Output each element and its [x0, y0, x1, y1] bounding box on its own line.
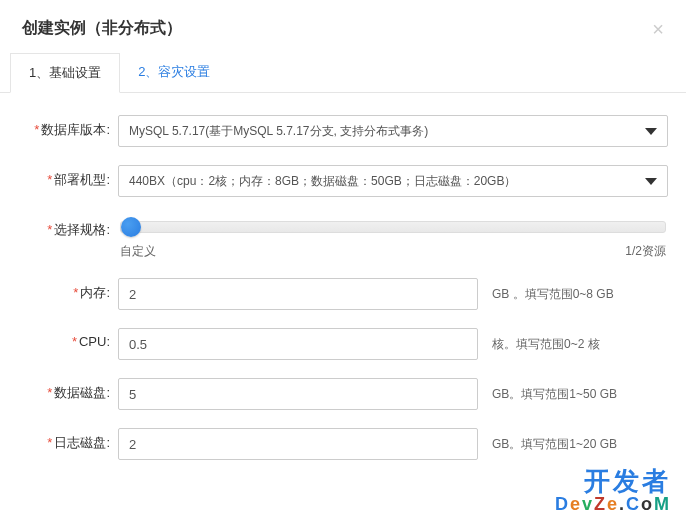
input-logdisk[interactable]: [118, 428, 478, 460]
label-logdisk: *日志磁盘:: [18, 428, 118, 452]
chevron-down-icon: [645, 178, 657, 185]
label-memory: *内存:: [18, 278, 118, 302]
hint-cpu: 核。填写范围0~2 核: [492, 336, 600, 353]
select-machine-text: 440BX（cpu：2核；内存：8GB；数据磁盘：50GB；日志磁盘：20GB）: [129, 173, 516, 190]
label-spec: *选择规格:: [18, 215, 118, 239]
spec-slider-handle[interactable]: [121, 217, 141, 237]
select-machine[interactable]: 440BX（cpu：2核；内存：8GB；数据磁盘：50GB；日志磁盘：20GB）: [118, 165, 668, 197]
input-memory[interactable]: [118, 278, 478, 310]
row-spec: *选择规格: 自定义 1/2资源: [18, 215, 668, 260]
tab-disaster-recovery[interactable]: 2、容灾设置: [120, 53, 228, 92]
row-machine: *部署机型: 440BX（cpu：2核；内存：8GB；数据磁盘：50GB；日志磁…: [18, 165, 668, 197]
spec-slider[interactable]: [120, 221, 666, 233]
row-datadisk: *数据磁盘: GB。填写范围1~50 GB: [18, 378, 668, 410]
hint-memory: GB 。填写范围0~8 GB: [492, 286, 614, 303]
form-area: *数据库版本: MySQL 5.7.17(基于MySQL 5.7.17分支, 支…: [0, 93, 686, 488]
select-db-version[interactable]: MySQL 5.7.17(基于MySQL 5.7.17分支, 支持分布式事务): [118, 115, 668, 147]
spec-slider-right-label: 1/2资源: [625, 243, 666, 260]
row-db-version: *数据库版本: MySQL 5.7.17(基于MySQL 5.7.17分支, 支…: [18, 115, 668, 147]
chevron-down-icon: [645, 128, 657, 135]
row-memory: *内存: GB 。填写范围0~8 GB: [18, 278, 668, 310]
tabs: 1、基础设置 2、容灾设置: [0, 53, 686, 93]
dialog-title: 创建实例（非分布式）: [22, 18, 182, 39]
hint-datadisk: GB。填写范围1~50 GB: [492, 386, 617, 403]
spec-slider-left-label: 自定义: [120, 243, 156, 260]
input-datadisk[interactable]: [118, 378, 478, 410]
hint-logdisk: GB。填写范围1~20 GB: [492, 436, 617, 453]
select-db-version-text: MySQL 5.7.17(基于MySQL 5.7.17分支, 支持分布式事务): [129, 123, 428, 140]
close-icon[interactable]: ×: [652, 19, 664, 39]
label-datadisk: *数据磁盘:: [18, 378, 118, 402]
spec-slider-labels: 自定义 1/2资源: [118, 243, 668, 260]
label-cpu: *CPU:: [18, 328, 118, 349]
row-logdisk: *日志磁盘: GB。填写范围1~20 GB: [18, 428, 668, 460]
label-machine: *部署机型:: [18, 165, 118, 189]
dialog-header: 创建实例（非分布式） ×: [0, 0, 686, 53]
label-db-version: *数据库版本:: [18, 115, 118, 139]
row-cpu: *CPU: 核。填写范围0~2 核: [18, 328, 668, 360]
tab-basic-settings[interactable]: 1、基础设置: [10, 53, 120, 93]
input-cpu[interactable]: [118, 328, 478, 360]
